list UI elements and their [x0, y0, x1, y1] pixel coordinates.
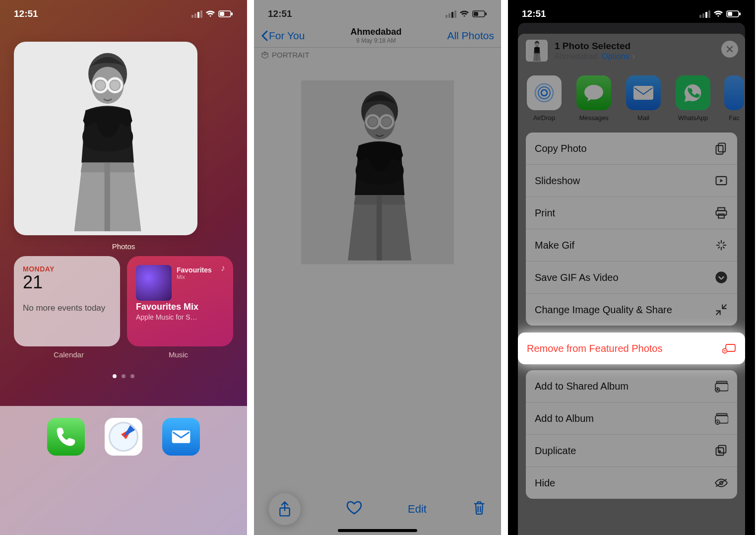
chevron-left-icon	[261, 30, 268, 41]
printer-icon	[714, 206, 728, 220]
status-time: 12:51	[268, 8, 292, 19]
action-save-gif-video[interactable]: Save GIF As Video	[526, 261, 737, 293]
favorite-button[interactable]	[346, 500, 362, 518]
status-time: 12:51	[14, 8, 38, 19]
music-widget[interactable]: ♪ Favourites Mix Favourites Mix Apple Mu…	[127, 256, 233, 346]
page-indicator[interactable]	[0, 374, 247, 378]
back-button[interactable]: For You	[261, 30, 305, 42]
action-hide[interactable]: Hide	[526, 467, 737, 499]
music-app-label: Music	[124, 350, 233, 359]
phone-icon	[55, 426, 77, 448]
remove-rect-icon	[722, 341, 736, 355]
cellular-icon	[445, 10, 456, 18]
safari-app-icon[interactable]	[105, 418, 142, 456]
whatsapp-icon	[682, 82, 704, 104]
share-targets: AirDrop Messages Mail WhatsApp Fac	[518, 67, 745, 128]
portrait-badge: PORTRAIT	[261, 51, 310, 59]
action-slideshow[interactable]: Slideshow	[526, 164, 737, 197]
svg-point-21	[538, 87, 550, 99]
action-add-shared-album[interactable]: Add to Shared Album	[526, 370, 737, 402]
battery-icon	[472, 10, 487, 17]
cellular-icon	[699, 10, 710, 18]
play-rect-icon	[714, 174, 728, 188]
home-indicator[interactable]	[338, 529, 417, 532]
share-target-whatsapp[interactable]: WhatsApp	[675, 75, 711, 122]
action-remove-featured[interactable]: Remove from Featured Photos	[518, 333, 745, 364]
trash-icon	[472, 500, 486, 516]
action-duplicate[interactable]: Duplicate	[526, 434, 737, 467]
share-target-facebook[interactable]: Fac	[724, 75, 744, 122]
selection-location: Ahmedabad	[555, 52, 597, 61]
portrait-label: PORTRAIT	[272, 51, 310, 59]
status-bar: 12:51	[508, 0, 755, 25]
svg-rect-26	[716, 145, 723, 154]
status-right	[699, 10, 741, 18]
actions-secondary: Add to Shared Album Add to Album Duplica…	[526, 370, 737, 499]
actions-primary: Copy Photo Slideshow Print Make Gif Save…	[526, 133, 737, 326]
calendar-date: 21	[23, 272, 111, 293]
music-subtitle: Apple Music for S…	[136, 313, 224, 321]
mail-icon	[632, 85, 654, 101]
svg-rect-10	[220, 12, 224, 16]
trash-button[interactable]	[472, 500, 486, 519]
options-button[interactable]: Options ›	[602, 52, 635, 61]
status-bar: 12:51	[0, 0, 247, 25]
eye-slash-icon	[714, 476, 728, 490]
svg-rect-34	[716, 381, 727, 383]
svg-rect-25	[718, 143, 725, 152]
duplicate-icon	[714, 444, 728, 458]
action-remove-featured-card: Remove from Featured Photos	[518, 333, 745, 364]
close-icon	[726, 46, 733, 53]
svg-rect-38	[716, 413, 727, 415]
selected-photo-thumb	[526, 40, 548, 62]
compress-icon	[714, 303, 728, 317]
music-artwork	[136, 265, 172, 301]
messages-icon	[583, 83, 605, 103]
photo-viewer[interactable]	[254, 66, 501, 487]
music-title: Favourites Mix	[136, 302, 224, 312]
airdrop-icon	[533, 81, 556, 104]
photos-detail: 12:51 For You Ahmedabad 9 May 9:18 AM Al…	[254, 0, 501, 535]
shared-album-icon	[714, 379, 728, 393]
envelope-icon	[170, 426, 192, 448]
svg-point-20	[541, 90, 547, 96]
status-right	[445, 10, 487, 18]
share-target-mail[interactable]: Mail	[625, 75, 662, 122]
calendar-app-label: Calendar	[14, 350, 124, 359]
chevron-right-icon: ›	[632, 52, 635, 61]
mail-app-icon[interactable]	[162, 418, 200, 456]
all-photos-button[interactable]: All Photos	[447, 30, 494, 42]
action-print[interactable]: Print	[526, 197, 737, 229]
share-button[interactable]	[269, 493, 301, 525]
close-button[interactable]	[721, 41, 738, 58]
share-target-airdrop[interactable]: AirDrop	[526, 75, 563, 122]
svg-rect-30	[718, 214, 724, 218]
battery-icon	[726, 10, 741, 17]
photo-datetime: 9 May 9:18 AM	[350, 37, 401, 44]
music-artwork-sub: Mix	[177, 274, 224, 280]
add-album-icon	[714, 411, 728, 425]
back-label: For You	[269, 30, 305, 42]
photos-widget-label: Photos	[0, 242, 247, 251]
status-time: 12:51	[522, 8, 546, 19]
action-copy-photo[interactable]: Copy Photo	[526, 133, 737, 164]
featured-photo	[14, 42, 197, 235]
share-sheet-header: 1 Photo Selected Ahmedabad Options ›	[518, 34, 745, 67]
edit-button[interactable]: Edit	[408, 503, 427, 516]
phone-app-icon[interactable]	[47, 418, 85, 456]
wifi-icon	[713, 10, 723, 17]
action-add-album[interactable]: Add to Album	[526, 402, 737, 434]
share-target-messages[interactable]: Messages	[575, 75, 612, 122]
calendar-widget[interactable]: MONDAY 21 No more events today	[14, 256, 120, 346]
action-make-gif[interactable]: Make Gif	[526, 229, 737, 261]
photo-toolbar: Edit	[254, 492, 501, 526]
svg-rect-11	[231, 12, 233, 15]
svg-rect-15	[485, 12, 487, 15]
share-icon	[277, 501, 292, 518]
battery-icon	[218, 10, 233, 17]
home-screen: 12:51 Photos MONDAY 21 No more events to…	[0, 0, 247, 535]
action-change-quality[interactable]: Change Image Quality & Share	[526, 293, 737, 326]
compass-icon	[109, 422, 138, 452]
svg-point-31	[715, 271, 727, 283]
photos-widget[interactable]	[14, 42, 197, 235]
